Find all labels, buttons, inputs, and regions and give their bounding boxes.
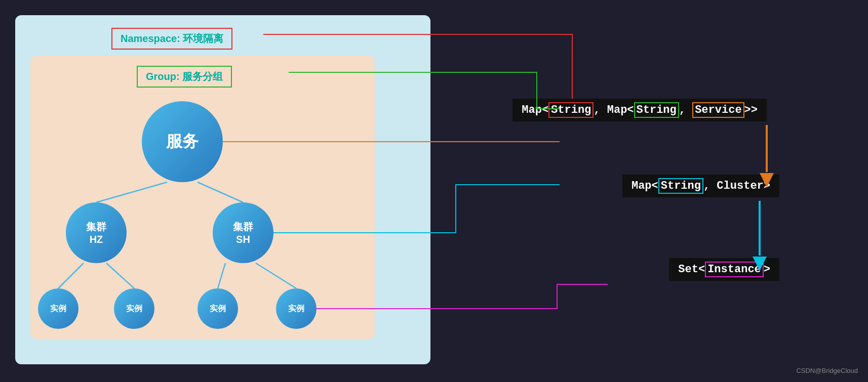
- group-label: Group: 服务分组: [137, 66, 232, 88]
- instance-circle-2: 实例: [114, 288, 154, 329]
- cluster-hz-circle: 集群 HZ: [66, 202, 127, 263]
- map-service-box: Map<String, Map<String, Service>>: [512, 99, 767, 121]
- diagram-canvas: Namespace: 环境隔离 Group: 服务分组 服务 集群 HZ 集群 …: [0, 0, 868, 382]
- namespace-label: Namespace: 环境隔离: [111, 28, 232, 50]
- watermark: CSDN@BridgeCloud: [796, 367, 858, 374]
- set-instance-box: Set<Instance>: [669, 258, 779, 281]
- instance-circle-3: 实例: [198, 288, 238, 329]
- instance-circle-1: 实例: [38, 288, 78, 329]
- instance-circle-4: 实例: [276, 288, 317, 329]
- service-circle: 服务: [142, 101, 223, 182]
- map-cluster-box: Map<String, Cluster>: [622, 175, 779, 197]
- cluster-sh-circle: 集群 SH: [213, 202, 273, 263]
